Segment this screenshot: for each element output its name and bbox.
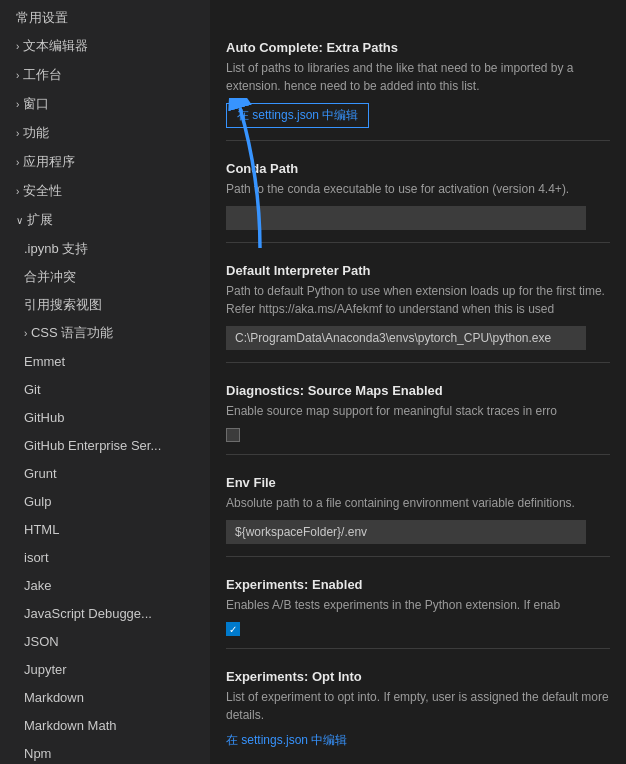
sidebar-item-html[interactable]: HTML [0,516,210,544]
setting-desc-auto-complete: List of paths to libraries and the like … [226,59,610,95]
settings-sidebar: 常用设置› 文本编辑器› 工作台› 窗口› 功能› 应用程序› 安全性∨ 扩展.… [0,0,210,764]
sidebar-item-[interactable]: ∨ 扩展 [0,206,210,235]
sidebar-item-[interactable]: › 功能 [0,119,210,148]
checkbox-diagnostics-source-maps[interactable] [226,428,240,442]
input-field-env-file[interactable] [226,520,586,544]
divider-5 [226,648,610,649]
sidebar-item-emmet[interactable]: Emmet [0,348,210,376]
sidebar-item-label: Gulp [24,494,51,509]
expand-arrow-icon: › [16,128,19,139]
sidebar-item-label: JSON [24,634,59,649]
sidebar-item-label: isort [24,550,49,565]
sidebar-item-label: 应用程序 [23,154,75,169]
divider-3 [226,454,610,455]
setting-desc-env-file: Absolute path to a file containing envir… [226,494,610,512]
sidebar-item-label: 文本编辑器 [23,38,88,53]
setting-desc-experiments-opt-into: List of experiment to opt into. If empty… [226,688,610,724]
sidebar-item-label: Jake [24,578,51,593]
setting-section-diagnostics-source-maps: Diagnostics: Source Maps Enabled Enable … [226,383,610,455]
checkbox-row-experiments-enabled [226,622,610,636]
sidebar-item-[interactable]: › 应用程序 [0,148,210,177]
sidebar-item-[interactable]: 引用搜索视图 [0,291,210,319]
sidebar-item-label: 引用搜索视图 [24,297,102,312]
sidebar-item-grunt[interactable]: Grunt [0,460,210,488]
expand-arrow-icon: › [24,328,27,339]
sidebar-item-[interactable]: 合并冲突 [0,263,210,291]
sidebar-item-label: HTML [24,522,59,537]
sidebar-item-ipynb-[interactable]: .ipynb 支持 [0,235,210,263]
sidebar-item-label: .ipynb 支持 [24,241,88,256]
sidebar-item-[interactable]: 常用设置 [0,4,210,32]
sidebar-item-label: Markdown [24,690,84,705]
expand-arrow-icon: › [16,41,19,52]
input-field-default-interpreter[interactable] [226,326,586,350]
sidebar-item-label: CSS 语言功能 [31,325,113,340]
sidebar-item-label: GitHub Enterprise Ser... [24,438,161,453]
sidebar-item-github[interactable]: GitHub [0,404,210,432]
sidebar-item-jupyter[interactable]: Jupyter [0,656,210,684]
divider-1 [226,242,610,243]
setting-section-experiments-enabled: Experiments: Enabled Enables A/B tests e… [226,577,610,649]
sidebar-item-label: 工作台 [23,67,62,82]
sidebar-item-label: Markdown Math [24,718,116,733]
sidebar-item-label: 窗口 [23,96,49,111]
sidebar-item-git[interactable]: Git [0,376,210,404]
sidebar-item-gulp[interactable]: Gulp [0,488,210,516]
sidebar-item-label: 合并冲突 [24,269,76,284]
sidebar-item-[interactable]: › 工作台 [0,61,210,90]
setting-title-auto-complete: Auto Complete: Extra Paths [226,40,610,55]
setting-title-experiments-opt-into: Experiments: Opt Into [226,669,610,684]
expand-arrow-icon: › [16,70,19,81]
divider-4 [226,556,610,557]
divider-2 [226,362,610,363]
sidebar-item-json[interactable]: JSON [0,628,210,656]
sidebar-item-markdown[interactable]: Markdown [0,684,210,712]
collapse-arrow-icon: ∨ [16,215,23,226]
sidebar-item-label: 扩展 [27,212,53,227]
input-field-conda-path[interactable] [226,206,586,230]
sidebar-item-npm[interactable]: Npm [0,740,210,764]
setting-desc-diagnostics-source-maps: Enable source map support for meaningful… [226,402,610,420]
sidebar-item-isort[interactable]: isort [0,544,210,572]
sidebar-item-label: Npm [24,746,51,761]
edit-json-button-auto-complete[interactable]: 在 settings.json 中编辑 [226,103,369,128]
sidebar-item-label: 常用设置 [16,10,68,25]
sidebar-item-css-[interactable]: › CSS 语言功能 [0,319,210,348]
setting-section-auto-complete: Auto Complete: Extra Paths List of paths… [226,40,610,141]
sidebar-item-label: GitHub [24,410,64,425]
sidebar-item-label: 安全性 [23,183,62,198]
edit-json-link-experiments-opt-into[interactable]: 在 settings.json 中编辑 [226,733,347,747]
expand-arrow-icon: › [16,157,19,168]
divider-0 [226,140,610,141]
setting-title-experiments-enabled: Experiments: Enabled [226,577,610,592]
sidebar-item-javascript-debugge[interactable]: JavaScript Debugge... [0,600,210,628]
setting-title-conda-path: Conda Path [226,161,610,176]
expand-arrow-icon: › [16,186,19,197]
main-content: Auto Complete: Extra Paths List of paths… [210,0,626,764]
sidebar-item-label: Jupyter [24,662,67,677]
setting-section-default-interpreter: Default Interpreter Path Path to default… [226,263,610,363]
sidebar-item-markdown-math[interactable]: Markdown Math [0,712,210,740]
setting-desc-default-interpreter: Path to default Python to use when exten… [226,282,610,318]
sidebar-item-jake[interactable]: Jake [0,572,210,600]
setting-desc-conda-path: Path to the conda executable to use for … [226,180,610,198]
setting-title-env-file: Env File [226,475,610,490]
expand-arrow-icon: › [16,99,19,110]
sidebar-item-[interactable]: › 窗口 [0,90,210,119]
setting-title-diagnostics-source-maps: Diagnostics: Source Maps Enabled [226,383,610,398]
sidebar-item-[interactable]: › 安全性 [0,177,210,206]
sidebar-item-label: Emmet [24,354,65,369]
setting-section-experiments-opt-into: Experiments: Opt Into List of experiment… [226,669,610,749]
sidebar-item-github-enterprise-ser[interactable]: GitHub Enterprise Ser... [0,432,210,460]
checkbox-row-diagnostics-source-maps [226,428,610,442]
setting-section-env-file: Env File Absolute path to a file contain… [226,475,610,557]
checkbox-experiments-enabled[interactable] [226,622,240,636]
sidebar-item-label: 功能 [23,125,49,140]
sidebar-item-label: Git [24,382,41,397]
sidebar-item-label: Grunt [24,466,57,481]
sidebar-item-label: JavaScript Debugge... [24,606,152,621]
sections-container: Auto Complete: Extra Paths List of paths… [226,40,610,749]
setting-title-default-interpreter: Default Interpreter Path [226,263,610,278]
sidebar-item-[interactable]: › 文本编辑器 [0,32,210,61]
setting-desc-experiments-enabled: Enables A/B tests experiments in the Pyt… [226,596,610,614]
